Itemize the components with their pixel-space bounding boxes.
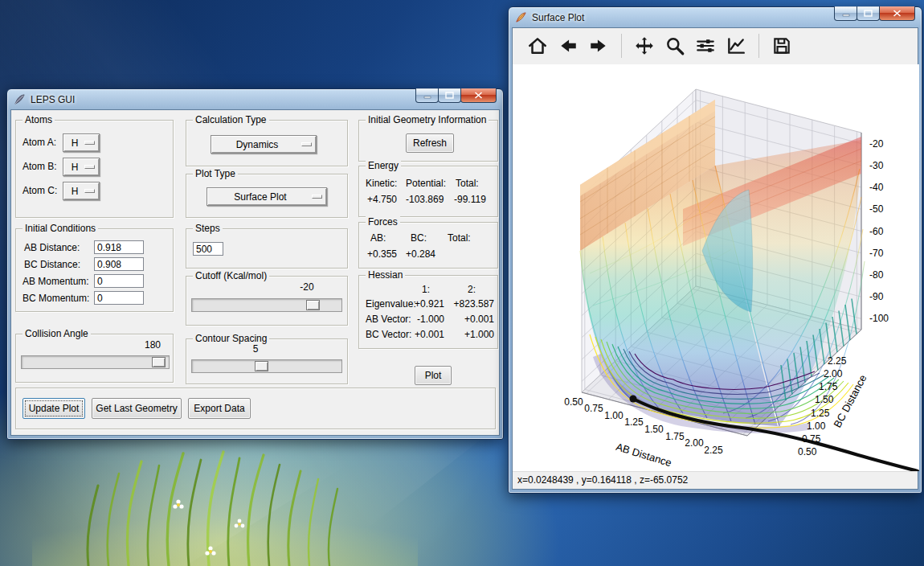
svg-text:0.50: 0.50	[564, 396, 583, 408]
ab-distance-input[interactable]	[94, 240, 144, 254]
bottom-button-frame: Update Plot Get Last Geometry Export Dat…	[15, 388, 496, 429]
menu-indicator-icon	[84, 189, 95, 193]
kinetic-header: Kinetic:	[366, 178, 397, 189]
update-plot-button[interactable]: Update Plot	[22, 398, 85, 419]
initial-conditions-group: Initial Conditions AB Distance: BC Dista…	[15, 228, 174, 312]
x-axis-label: AB Distance	[615, 441, 673, 469]
ab-force-header: AB:	[370, 232, 386, 244]
svg-text:0.75: 0.75	[584, 403, 603, 414]
plot-type-menu[interactable]: Surface Plot	[206, 187, 327, 206]
collision-angle-group: Collision Angle 180	[15, 334, 174, 383]
slider-handle[interactable]	[306, 300, 320, 310]
to olbar-separator	[758, 34, 759, 58]
hessian-group: Hessian 1: 2: Eigenvalue: +0.921 +823.58…	[358, 275, 498, 349]
refresh-button[interactable]: Refresh	[406, 133, 454, 153]
get-last-geometry-button[interactable]: Get Last Geometry	[92, 398, 182, 419]
minimize-button[interactable]	[834, 6, 857, 21]
line-chart-icon	[726, 35, 746, 56]
kinetic-value: +4.750	[367, 194, 397, 205]
bc-force-value: +0.284	[406, 248, 435, 260]
ab-momentum-input[interactable]	[94, 274, 144, 288]
bc-distance-label: BC Distance:	[24, 259, 80, 270]
atom-c-menu[interactable]: H	[63, 182, 100, 200]
edit-axes-button[interactable]	[721, 31, 751, 61]
svg-text:1.50: 1.50	[815, 394, 834, 405]
export-data-button[interactable]: Export Data	[188, 398, 251, 419]
svg-text:2.25: 2.25	[704, 445, 723, 456]
slider-handle[interactable]	[152, 357, 166, 367]
cutoff-slider[interactable]	[191, 298, 342, 312]
svg-text:2.00: 2.00	[685, 437, 704, 449]
maximize-button[interactable]	[438, 88, 461, 103]
bc-vector-1: +0.001	[407, 329, 444, 340]
svg-text:-20: -20	[869, 137, 884, 149]
home-button[interactable]	[522, 31, 553, 61]
cutoff-group: Cutoff (Kcal/mol) -20	[186, 276, 348, 326]
configure-subplots-button[interactable]	[690, 31, 721, 61]
leps-gui-window: LEPS GUI Atoms Atom A: H Atom B: H A	[6, 88, 504, 440]
z-tick-labels: -20 -30 -40 -50 -60 -70 -80 -90 -100	[869, 137, 889, 324]
forces-group: Forces AB: BC: Total: +0.355 +0.284	[358, 222, 498, 269]
svg-text:2.25: 2.25	[828, 355, 847, 367]
svg-text:1.00: 1.00	[807, 420, 826, 432]
ab-distance-label: AB Distance:	[24, 242, 80, 253]
group-label: Hessian	[366, 269, 405, 281]
bc-vector-2: +1.000	[449, 329, 494, 340]
contour-spacing-value: 5	[238, 343, 273, 355]
svg-text:2.00: 2.00	[824, 368, 843, 379]
svg-text:-30: -30	[869, 159, 884, 170]
ab-vector-label: AB Vector:	[366, 314, 411, 325]
back-button[interactable]	[553, 31, 583, 61]
eigenvalue-1: +0.921	[407, 298, 444, 310]
save-floppy-icon	[771, 35, 792, 56]
close-button[interactable]	[460, 88, 497, 103]
bc-momentum-input[interactable]	[94, 291, 144, 305]
minimize-button[interactable]	[415, 88, 439, 103]
energy-group: Energy Kinetic: Potential: Total: +4.750…	[358, 166, 498, 217]
back-arrow-icon	[558, 35, 579, 56]
save-button[interactable]	[767, 31, 797, 61]
steps-input[interactable]	[193, 242, 223, 256]
calculation-type-menu[interactable]: Dynamics	[211, 135, 317, 154]
group-label: Cutoff (Kcal/mol)	[193, 270, 269, 282]
menu-indicator-icon	[301, 142, 312, 146]
cursor-coordinates: x=0.0248439 , y=0.164118 , z=-65.0752	[517, 474, 688, 486]
maximize-button[interactable]	[857, 6, 880, 21]
atom-a-menu[interactable]: H	[63, 133, 100, 152]
collision-angle-value: 180	[137, 339, 169, 351]
zoom-button[interactable]	[660, 31, 690, 61]
plot-type-group: Plot Type Surface Plot	[186, 174, 348, 218]
ab-vector-2: +0.001	[449, 314, 494, 325]
svg-text:1.25: 1.25	[624, 416, 644, 428]
svg-text:1.75: 1.75	[819, 381, 838, 392]
status-bar: x=0.0248439 , y=0.164118 , z=-65.0752	[513, 471, 918, 489]
svg-text:-80: -80	[869, 269, 884, 281]
group-label: Atoms	[22, 114, 55, 126]
svg-text:-100: -100	[869, 313, 889, 324]
bc-force-header: BC:	[411, 232, 427, 244]
pan-icon	[634, 35, 655, 56]
svg-text:-40: -40	[869, 182, 884, 193]
slider-handle[interactable]	[255, 361, 268, 371]
window-title: Surface Plot	[532, 12, 584, 23]
menu-indicator-icon	[84, 165, 95, 169]
bc-distance-input[interactable]	[94, 257, 144, 271]
plot-canvas[interactable]: 0.50 0.75 1.00 1.25 1.50 1.75 2.00 2.25 …	[513, 64, 919, 471]
total-header: Total:	[456, 178, 479, 189]
atom-b-menu[interactable]: H	[63, 158, 100, 176]
plot-button[interactable]: Plot	[415, 366, 452, 385]
bc-vector-label: BC Vector:	[366, 329, 411, 340]
svg-text:1.50: 1.50	[644, 424, 664, 435]
atom-a-label: Atom A:	[22, 137, 56, 148]
surface-title-bar[interactable]: Surface Plot	[512, 7, 918, 27]
ab-force-value: +0.355	[367, 248, 397, 260]
leps-title-bar[interactable]: LEPS GUI	[10, 89, 500, 109]
forward-arrow-icon	[588, 35, 609, 56]
surface-content: 0.50 0.75 1.00 1.25 1.50 1.75 2.00 2.25 …	[512, 27, 918, 490]
pan-button[interactable]	[629, 31, 660, 61]
contour-spacing-slider[interactable]	[191, 359, 342, 373]
forward-button[interactable]	[583, 31, 614, 61]
group-label: Energy	[366, 160, 401, 172]
collision-angle-slider[interactable]	[21, 355, 170, 369]
close-button[interactable]	[879, 6, 915, 21]
